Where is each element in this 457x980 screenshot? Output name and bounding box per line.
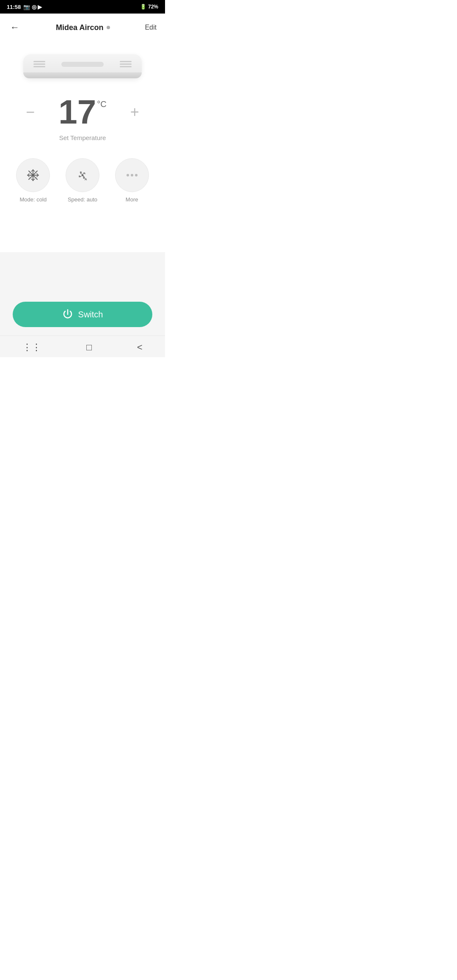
- status-dot: [107, 26, 110, 29]
- back-button[interactable]: ←: [8, 20, 21, 35]
- svg-text:A: A: [85, 177, 87, 181]
- ac-bottom-bar: [23, 72, 142, 78]
- mode-label: Mode: cold: [20, 196, 47, 203]
- temperature-controls: − 17 °C +: [19, 95, 146, 129]
- status-bar: 11:58 📷 ◎ ▶ 🔋 72%: [0, 0, 165, 14]
- battery-percent: 72%: [148, 4, 158, 10]
- speed-circle: A: [66, 158, 99, 192]
- nav-back-icon[interactable]: <: [137, 342, 143, 353]
- header: ← Midea Aircon Edit: [0, 14, 165, 41]
- navigation-bar: ⋮⋮ □ <: [0, 336, 165, 357]
- nav-menu-icon[interactable]: ⋮⋮: [22, 342, 41, 353]
- header-title-area: Midea Aircon: [56, 23, 110, 32]
- status-time: 11:58: [7, 4, 21, 10]
- mode-circle: [16, 158, 50, 192]
- temperature-display: 17 °C: [58, 95, 106, 129]
- vent-line: [120, 61, 132, 62]
- ac-unit-image: [23, 54, 142, 78]
- device-name: Midea Aircon: [56, 23, 103, 32]
- speed-control[interactable]: A Speed: auto: [66, 158, 99, 203]
- ac-vents-right: [120, 61, 132, 67]
- controls-section: Mode: cold A Speed: auto: [0, 146, 165, 211]
- fan-icon: A: [76, 168, 89, 182]
- dot-3: [135, 174, 138, 176]
- temperature-value: 17: [58, 95, 96, 129]
- more-label: More: [126, 196, 138, 203]
- power-icon: [62, 309, 73, 320]
- ac-top-row: [33, 61, 132, 67]
- snowflake-icon: [26, 168, 40, 182]
- temperature-section: − 17 °C + Set Temperature: [0, 87, 165, 146]
- vent-line: [33, 61, 45, 62]
- ac-center-panel: [61, 62, 104, 67]
- switch-button[interactable]: Switch: [13, 302, 152, 327]
- mode-control[interactable]: Mode: cold: [16, 158, 50, 203]
- edit-button[interactable]: Edit: [145, 24, 157, 31]
- switch-label: Switch: [78, 310, 103, 319]
- status-icons: 📷 ◎ ▶: [23, 4, 42, 10]
- vent-line: [120, 66, 132, 67]
- vent-line: [33, 66, 45, 67]
- status-right-area: 🔋 72%: [140, 4, 158, 10]
- vent-line: [120, 63, 132, 65]
- more-circle: [115, 158, 149, 192]
- speed-label: Speed: auto: [68, 196, 97, 203]
- vent-line: [33, 63, 45, 65]
- ac-illustration: [0, 41, 165, 87]
- nav-home-icon[interactable]: □: [86, 342, 92, 353]
- more-control[interactable]: More: [115, 158, 149, 203]
- dot-1: [127, 174, 129, 176]
- bottom-area: Switch: [0, 252, 165, 336]
- decrease-temp-button[interactable]: −: [19, 101, 41, 123]
- more-dots-icon: [127, 174, 138, 176]
- temperature-unit: °C: [97, 99, 106, 109]
- status-time-area: 11:58 📷 ◎ ▶: [7, 4, 42, 10]
- increase-temp-button[interactable]: +: [124, 101, 146, 123]
- battery-icon: 🔋: [140, 4, 146, 10]
- temperature-label: Set Temperature: [59, 134, 106, 141]
- dot-2: [131, 174, 133, 176]
- ac-vents-left: [33, 61, 45, 67]
